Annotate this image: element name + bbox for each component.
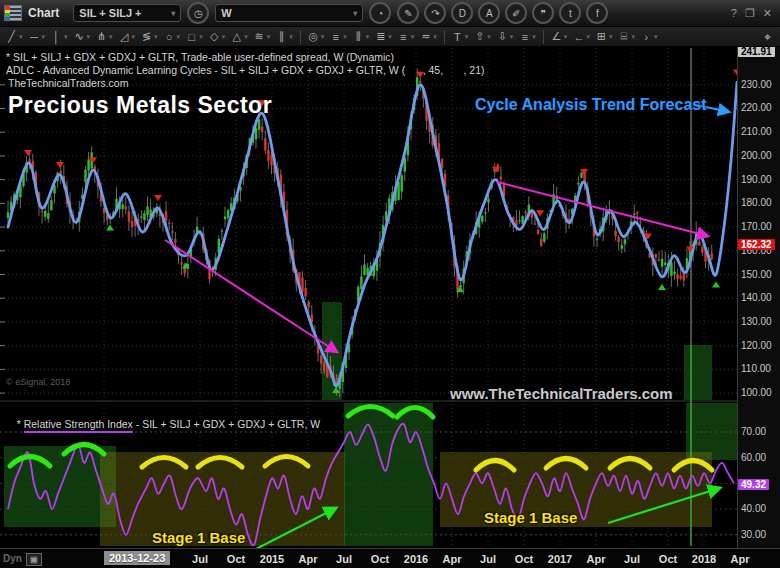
twitter-icon[interactable]: t <box>559 2 581 24</box>
chevron-down-icon: ▾ <box>321 33 325 41</box>
zones-tool[interactable]: ≡▾ <box>395 28 418 46</box>
stage1-base-label-1: Stage 1 Base <box>152 529 245 546</box>
rsi-tick-label: 40.00 <box>741 503 766 514</box>
esignal-copyright: © eSignal, 2018 <box>6 377 70 387</box>
price-tick-label: 170.00 <box>741 221 772 232</box>
interval-clock-icon[interactable]: ◔ <box>369 2 391 24</box>
time-template-icon[interactable]: ▣ <box>26 553 42 566</box>
symbol-input[interactable]: SIL + SILJ +▾ <box>73 4 181 22</box>
mob-tool[interactable]: ⌸▾ <box>615 28 638 46</box>
time-tick-label: Jul <box>480 553 496 565</box>
chevron-down-icon: ▾ <box>222 33 226 41</box>
price-tick-label: 110.00 <box>741 363 771 374</box>
drawing-toolbar: ╱▾─▾│▾∿▾⋔▾◿▾≶▾○▾□▾◇▾△▾≋▾∥▾◎▾≡▾⫼▾≣▾≡▾≂▾T▾… <box>0 27 780 47</box>
chevron-down-icon: ▾ <box>564 33 568 41</box>
dyn-mode-label: Dyn <box>3 553 22 564</box>
chevron-down-icon: ▾ <box>433 33 437 41</box>
ellipse-tool[interactable]: ○▾ <box>161 28 184 46</box>
chevron-down-icon: ▾ <box>487 33 491 41</box>
more-tools[interactable]: ›▾ <box>638 28 661 46</box>
price-tick-label: 150.00 <box>741 269 772 280</box>
time-tick-label: Oct <box>659 553 677 565</box>
arrow-down-tool[interactable]: ⇩▾ <box>494 28 517 46</box>
cycle-forecast-annotation: Cycle Analysis Trend Forecast <box>475 96 707 114</box>
fib-extension-tool[interactable]: ≡▾ <box>327 28 350 46</box>
price-tick-label: 140.00 <box>741 292 772 303</box>
angle-tool[interactable]: ∠▾ <box>548 28 571 46</box>
cycle-lines-tool[interactable]: ◎▾ <box>305 28 328 46</box>
chevron-down-icon: ▾ <box>289 33 293 41</box>
chevron-down-icon: ▾ <box>532 33 536 41</box>
note-tool[interactable]: ≡▾ <box>516 28 539 46</box>
text-tool[interactable]: T▾ <box>449 28 472 46</box>
gann-fan-tool[interactable]: ◿▾ <box>116 28 139 46</box>
time-tick-label: Jul <box>336 553 352 565</box>
time-tick-label: Jul <box>624 553 640 565</box>
help-button[interactable]: ? <box>731 7 737 20</box>
price-tick-label: 180.00 <box>741 197 772 208</box>
time-tick-label: Apr <box>299 553 318 565</box>
channel-tool[interactable]: ∥▾ <box>273 28 296 46</box>
time-tick-label: Apr <box>731 553 750 565</box>
alerts-icon[interactable]: A <box>478 2 500 24</box>
levels-tool[interactable]: ≣▾ <box>372 28 395 46</box>
chevron-down-icon: ▾ <box>199 33 203 41</box>
restore-button[interactable]: ❐ <box>745 7 755 20</box>
price-tick-label: 100.00 <box>741 387 772 398</box>
rsi-tick-label: 30.00 <box>741 529 766 540</box>
fibonacci-tool[interactable]: ≶▾ <box>138 28 161 46</box>
chevron-down-icon: ▾ <box>586 33 590 41</box>
vertical-line-tool[interactable]: │▾ <box>48 28 71 46</box>
fib-time-tool[interactable]: ⫼▾ <box>350 28 373 46</box>
pitchfork-tool[interactable]: ⋔▾ <box>93 28 116 46</box>
trendline-tool[interactable]: ╱▾ <box>3 28 26 46</box>
arrow-up-tool[interactable]: ⇧▾ <box>471 28 494 46</box>
price-axis[interactable]: 230.00220.00210.00200.00190.00180.00170.… <box>737 47 780 548</box>
time-tick-label: 2016 <box>404 553 428 565</box>
close-button[interactable]: ✕ <box>763 7 772 20</box>
price-tick-label: 130.00 <box>741 316 772 327</box>
extend-left-tool[interactable]: ←▾ <box>570 28 593 46</box>
details-icon[interactable]: D <box>451 2 473 24</box>
annotate-icon[interactable]: ✐ <box>505 2 527 24</box>
rsi-tick-label: 70.00 <box>741 426 766 437</box>
toolbar-separator <box>300 30 301 44</box>
rectangle-tool[interactable]: □▾ <box>183 28 206 46</box>
chevron-down-icon: ▾ <box>654 33 658 41</box>
band-tool[interactable]: ≋▾ <box>251 28 274 46</box>
rsi-current-label: 49.32 <box>738 479 769 490</box>
rsi-green-mid <box>344 403 433 546</box>
facebook-icon[interactable]: f <box>586 2 608 24</box>
window-titlebar: Chart SIL + SILJ +▾ ◷ W▾ ◔ ✎↷DA✐❞tf ?❐✕ <box>0 0 780 27</box>
stage1-base-label-2: Stage 1 Base <box>484 509 577 526</box>
toolbar-separator <box>543 30 544 44</box>
draw-icon[interactable]: ✎ <box>397 2 419 24</box>
polygon-tool[interactable]: ◇▾ <box>206 28 229 46</box>
chevron-down-icon: ▾ <box>19 33 23 41</box>
cycle-line <box>8 82 737 385</box>
pointer-tool[interactable]: ⌖ <box>764 30 777 44</box>
symbol-search-icon[interactable]: ◷ <box>187 2 209 24</box>
ranges-tool[interactable]: ≂▾ <box>417 28 440 46</box>
interval-input[interactable]: W▾ <box>215 4 363 22</box>
grid-tool[interactable]: ⊞▾ <box>593 28 616 46</box>
chevron-down-icon: ▾ <box>87 33 91 41</box>
time-axis[interactable]: Dyn ▣ 2013-12-23 JulOct2015AprJulOct2016… <box>0 548 780 568</box>
zigzag-tool[interactable]: ∿▾ <box>71 28 94 46</box>
chevron-down-icon: ▾ <box>353 9 357 18</box>
redo-icon[interactable]: ↷ <box>424 2 446 24</box>
triangle-tool[interactable]: △▾ <box>228 28 251 46</box>
rsi-header-underlined: Relative Strength Index <box>24 418 133 433</box>
start-date-box[interactable]: 2013-12-23 <box>104 551 170 565</box>
chevron-down-icon: ▾ <box>42 33 46 41</box>
price-tick-label: 220.00 <box>741 102 772 113</box>
chart-window-icon <box>4 5 22 21</box>
chat-icon[interactable]: ❞ <box>532 2 554 24</box>
chart-header-symbol: * SIL + SILJ + GDX + GDXJ + GLTR, Trade-… <box>6 51 394 63</box>
chevron-down-icon: ▾ <box>244 33 248 41</box>
chevron-down-icon: ▾ <box>388 33 392 41</box>
main-green-band-right <box>684 345 712 400</box>
chevron-down-icon: ▾ <box>465 33 469 41</box>
horizontal-line-tool[interactable]: ─▾ <box>26 28 49 46</box>
chevron-down-icon: ▾ <box>171 9 175 18</box>
